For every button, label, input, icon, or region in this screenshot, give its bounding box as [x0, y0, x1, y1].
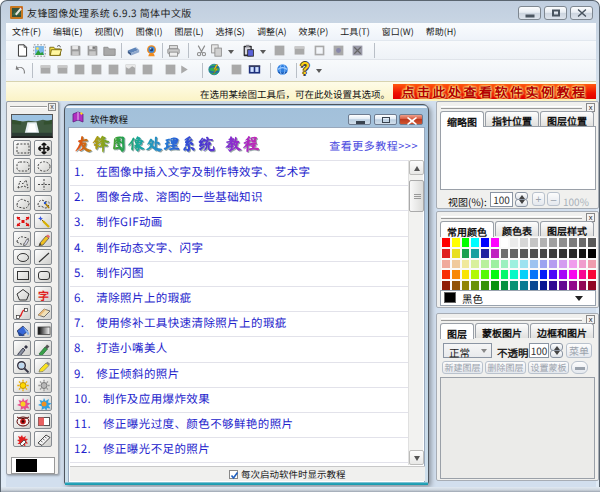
- svg-text:字: 字: [38, 288, 49, 301]
